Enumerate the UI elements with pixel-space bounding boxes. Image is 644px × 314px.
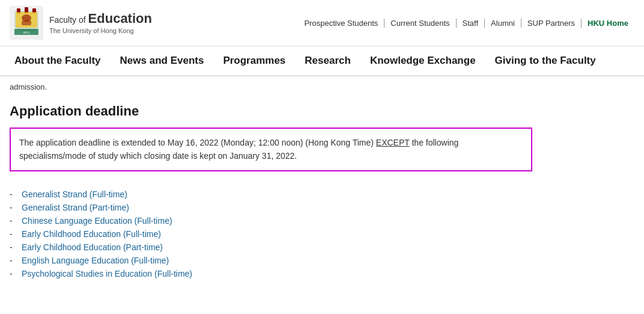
main-nav-knowledge[interactable]: Knowledge Exchange bbox=[360, 46, 485, 75]
page-content: admission. Application deadline The appl… bbox=[0, 76, 644, 300]
list-item: - English Language Education (Full-time) bbox=[10, 256, 634, 265]
svg-rect-6 bbox=[22, 20, 31, 25]
main-nav-news[interactable]: News and Events bbox=[111, 46, 214, 75]
faculty-of-label: Faculty of bbox=[49, 15, 86, 25]
list-item: - Psychological Studies in Education (Fu… bbox=[10, 269, 634, 279]
list-dash: - bbox=[10, 216, 16, 226]
main-nav-about[interactable]: About the Faculty bbox=[5, 46, 111, 75]
list-link-psych-full[interactable]: Psychological Studies in Education (Full… bbox=[22, 269, 192, 279]
main-nav-giving[interactable]: Giving to the Faculty bbox=[485, 46, 606, 75]
deadline-text-before: The application deadline is extended to … bbox=[19, 138, 376, 147]
svg-text:HKU: HKU bbox=[23, 31, 30, 34]
logo-text: Faculty of Education The University of H… bbox=[49, 11, 152, 35]
top-nav-alumni[interactable]: Alumni bbox=[485, 19, 521, 28]
list-dash: - bbox=[10, 256, 16, 265]
list-item: - Chinese Language Education (Full-time) bbox=[10, 216, 634, 226]
list-link-chinese-full[interactable]: Chinese Language Education (Full-time) bbox=[22, 216, 172, 226]
main-nav-programmes[interactable]: Programmes bbox=[213, 46, 295, 75]
list-dash: - bbox=[10, 203, 16, 212]
list-dash: - bbox=[10, 242, 16, 252]
list-dash: - bbox=[10, 229, 16, 239]
main-nav-research[interactable]: Research bbox=[295, 46, 360, 75]
top-nav-hku[interactable]: HKU Home bbox=[582, 19, 634, 28]
list-item: - Generalist Strand (Part-time) bbox=[10, 203, 634, 212]
top-navigation: Prospective Students Current Students St… bbox=[298, 19, 634, 28]
list-item: - Generalist Strand (Full-time) bbox=[10, 189, 634, 199]
list-item: - Early Childhood Education (Part-time) bbox=[10, 242, 634, 252]
list-item: - Early Childhood Education (Full-time) bbox=[10, 229, 634, 239]
list-link-early-full[interactable]: Early Childhood Education (Full-time) bbox=[22, 229, 161, 239]
education-label: Education bbox=[88, 11, 152, 26]
site-header: HKU Faculty of Education The University … bbox=[0, 0, 644, 46]
main-navigation: About the Faculty News and Events Progra… bbox=[0, 46, 644, 76]
hku-crest-icon: HKU bbox=[10, 6, 43, 40]
admission-partial-text: admission. bbox=[10, 82, 634, 91]
list-link-early-part[interactable]: Early Childhood Education (Part-time) bbox=[22, 242, 163, 252]
section-title-application-deadline: Application deadline bbox=[10, 103, 634, 119]
top-nav-prospective[interactable]: Prospective Students bbox=[298, 19, 384, 28]
list-link-generalist-full[interactable]: Generalist Strand (Full-time) bbox=[22, 189, 127, 199]
university-label: The University of Hong Kong bbox=[49, 27, 152, 35]
top-nav-current[interactable]: Current Students bbox=[384, 19, 456, 28]
top-nav-sup[interactable]: SUP Partners bbox=[521, 19, 582, 28]
deadline-notice-box: The application deadline is extended to … bbox=[10, 128, 532, 171]
specialisms-list: - Generalist Strand (Full-time) - Genera… bbox=[10, 189, 634, 279]
list-link-english-full[interactable]: English Language Education (Full-time) bbox=[22, 256, 169, 265]
list-dash: - bbox=[10, 189, 16, 199]
logo-area: HKU Faculty of Education The University … bbox=[10, 6, 178, 40]
list-dash: - bbox=[10, 269, 16, 279]
deadline-except-text: EXCEPT bbox=[376, 138, 410, 147]
top-nav-staff[interactable]: Staff bbox=[457, 19, 485, 28]
list-link-generalist-part[interactable]: Generalist Strand (Part-time) bbox=[22, 203, 129, 212]
